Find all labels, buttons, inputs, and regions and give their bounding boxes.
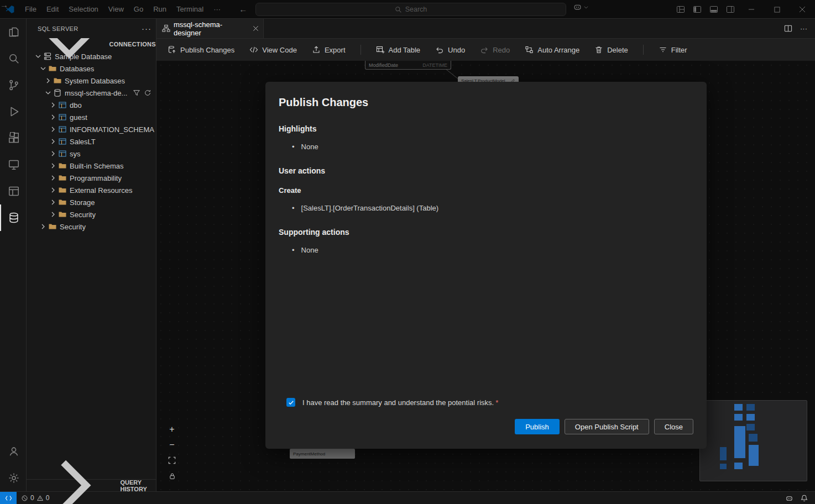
export-button[interactable]: Export bbox=[312, 45, 346, 54]
filter-icon bbox=[659, 45, 667, 54]
explorer-icon[interactable] bbox=[0, 19, 27, 45]
create-heading: Create bbox=[279, 186, 693, 195]
sidebar-title: SQL SERVER bbox=[38, 25, 79, 32]
error-count: 0 bbox=[30, 494, 34, 502]
zoom-controls: + − bbox=[166, 424, 177, 481]
close-tab-icon[interactable] bbox=[253, 25, 259, 32]
checkbox-label: I have read the summary and understand t… bbox=[302, 398, 498, 407]
run-debug-icon[interactable] bbox=[0, 98, 27, 125]
tree-item-security-db[interactable]: Security bbox=[27, 208, 156, 221]
split-editor-icon[interactable] bbox=[784, 24, 792, 33]
schema-icon bbox=[58, 113, 67, 122]
highlights-item: None bbox=[279, 143, 693, 151]
tree-item-external-resources[interactable]: External Resources bbox=[27, 184, 156, 196]
sql-server-icon[interactable] bbox=[0, 204, 27, 231]
schema-designer-icon bbox=[162, 24, 170, 33]
tree-item-security-server[interactable]: Security bbox=[27, 221, 156, 233]
folder-icon bbox=[58, 186, 67, 195]
filter-button[interactable]: Filter bbox=[659, 45, 687, 54]
tab-more-actions-icon[interactable]: ··· bbox=[800, 24, 807, 33]
search-view-icon[interactable] bbox=[0, 45, 27, 72]
view-code-button[interactable]: View Code bbox=[249, 45, 297, 54]
auto-arrange-icon bbox=[525, 45, 534, 54]
risk-acknowledgement-row: I have read the summary and understand t… bbox=[286, 398, 693, 407]
query-history-section-header[interactable]: QUERY HISTORY bbox=[27, 479, 156, 491]
folder-icon bbox=[48, 222, 57, 231]
dialog-title: Publish Changes bbox=[279, 96, 693, 109]
publish-icon bbox=[168, 45, 176, 54]
publish-button[interactable]: Publish bbox=[515, 419, 560, 434]
folder-icon bbox=[58, 210, 67, 219]
remote-indicator[interactable] bbox=[0, 492, 17, 504]
tree-item-storage[interactable]: Storage bbox=[27, 196, 156, 208]
remote-explorer-icon[interactable] bbox=[0, 151, 27, 178]
zoom-out-button[interactable]: − bbox=[166, 439, 177, 450]
zoom-in-button[interactable]: + bbox=[166, 424, 177, 435]
extensions-icon[interactable] bbox=[0, 125, 27, 151]
tree-item-dbo[interactable]: dbo bbox=[27, 99, 156, 111]
check-icon bbox=[288, 400, 294, 406]
trash-icon bbox=[594, 45, 603, 54]
folder-icon bbox=[58, 174, 67, 182]
supporting-item: None bbox=[279, 246, 693, 254]
tree-item-sys[interactable]: sys bbox=[27, 148, 156, 160]
delete-button[interactable]: Delete bbox=[594, 45, 628, 54]
fit-view-icon[interactable] bbox=[166, 455, 177, 466]
titlebar: File Edit Selection View Go Run Terminal… bbox=[0, 0, 815, 19]
tree-item-information-schema[interactable]: INFORMATION_SCHEMA bbox=[27, 123, 156, 135]
schema-icon bbox=[58, 101, 67, 109]
auto-arrange-button[interactable]: Auto Arrange bbox=[525, 45, 579, 54]
problems-indicator[interactable]: 0 0 bbox=[21, 494, 49, 502]
refresh-icon[interactable] bbox=[144, 89, 151, 97]
supporting-actions-heading: Supporting actions bbox=[279, 228, 693, 237]
connections-tree: CONNECTIONS Sample Database Databases Sy… bbox=[27, 38, 156, 479]
source-control-icon[interactable] bbox=[0, 72, 27, 98]
required-asterisk: * bbox=[495, 398, 498, 407]
account-icon[interactable] bbox=[0, 438, 27, 465]
forward-icon[interactable]: → bbox=[0, 0, 815, 18]
warning-icon bbox=[36, 495, 44, 502]
schema-minimap[interactable] bbox=[699, 400, 807, 481]
tree-item-programmability[interactable]: Programmability bbox=[27, 172, 156, 184]
toolbar-separator bbox=[643, 45, 644, 55]
designer-toolbar: Publish Changes View Code Export Add Tab… bbox=[156, 39, 815, 61]
warning-count: 0 bbox=[46, 494, 50, 502]
object-explorer-icon[interactable] bbox=[0, 178, 27, 204]
copilot-status-icon[interactable] bbox=[785, 494, 793, 502]
tree-item-saleslt[interactable]: SalesLT bbox=[27, 135, 156, 148]
undo-icon bbox=[435, 45, 444, 54]
connections-section-header[interactable]: CONNECTIONS bbox=[27, 38, 156, 50]
tab-bar: mssql-schema-designer ··· bbox=[156, 19, 815, 39]
sidebar-sql-server: SQL SERVER ··· CONNECTIONS Sample Databa… bbox=[27, 19, 156, 491]
user-actions-heading: User actions bbox=[279, 166, 693, 175]
toolbar-separator bbox=[361, 45, 361, 55]
sidebar-more-actions-icon[interactable]: ··· bbox=[142, 24, 151, 33]
database-icon bbox=[53, 88, 62, 97]
schema-icon bbox=[58, 125, 67, 134]
tree-item-built-in-schemas[interactable]: Built-in Schemas bbox=[27, 160, 156, 172]
add-table-icon bbox=[376, 45, 385, 54]
dialog-buttons: Publish Open Publish Script Close bbox=[279, 419, 693, 434]
undo-button[interactable]: Undo bbox=[435, 45, 465, 54]
tree-item-mssql-schema-designer-db[interactable]: mssql-schema-de... bbox=[27, 87, 156, 99]
tree-item-guest[interactable]: guest bbox=[27, 111, 156, 123]
risk-acknowledgement-checkbox[interactable] bbox=[286, 398, 295, 407]
export-icon bbox=[312, 45, 321, 54]
redo-button[interactable]: Redo bbox=[480, 45, 510, 54]
filter-tree-icon[interactable] bbox=[133, 89, 140, 97]
activity-bar bbox=[0, 19, 27, 491]
publish-changes-dialog: Publish Changes Highlights None User act… bbox=[265, 82, 707, 449]
create-item: [SalesLT].[OrderTransactionDetails] (Tab… bbox=[279, 204, 693, 212]
settings-gear-icon[interactable] bbox=[0, 465, 27, 491]
folder-icon bbox=[58, 198, 67, 207]
open-publish-script-button[interactable]: Open Publish Script bbox=[565, 419, 649, 434]
publish-changes-button[interactable]: Publish Changes bbox=[168, 45, 234, 54]
code-icon bbox=[249, 45, 258, 54]
status-bar: 0 0 bbox=[0, 491, 815, 504]
lock-icon[interactable] bbox=[166, 470, 177, 481]
add-table-button[interactable]: Add Table bbox=[376, 45, 421, 54]
close-dialog-button[interactable]: Close bbox=[654, 419, 693, 434]
bell-icon[interactable] bbox=[800, 494, 808, 502]
tab-mssql-schema-designer[interactable]: mssql-schema-designer bbox=[156, 19, 264, 38]
schema-icon bbox=[58, 149, 67, 158]
